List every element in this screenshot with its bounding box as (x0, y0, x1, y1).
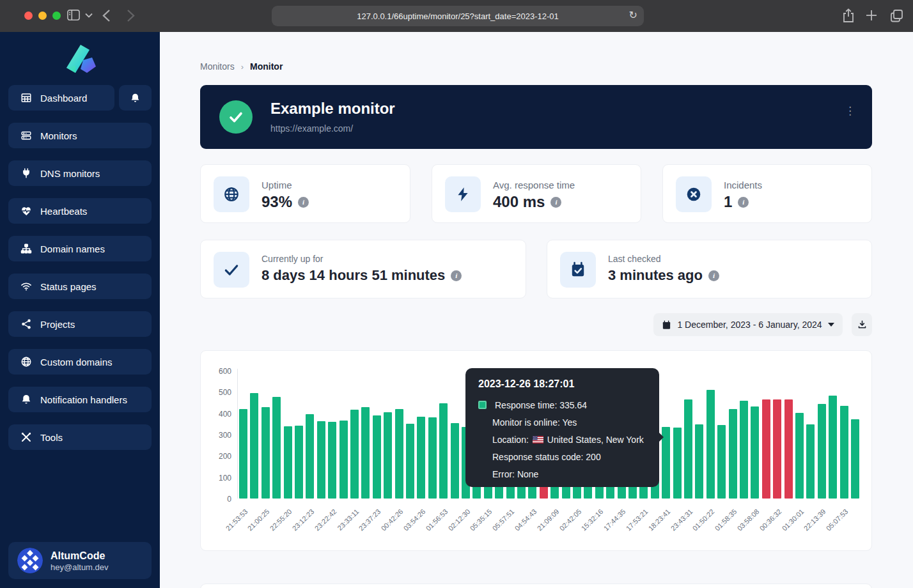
chart-bar[interactable] (684, 399, 692, 499)
sidebar-toggle-icon[interactable] (66, 9, 81, 22)
chart-bar[interactable] (795, 413, 804, 499)
chart-bar[interactable] (729, 409, 737, 499)
chart-bar[interactable] (751, 406, 759, 499)
stat-value: 93%i (261, 193, 309, 211)
chart-bar[interactable] (317, 421, 325, 499)
y-axis-tick: 400 (206, 410, 231, 419)
sidebar-item-label: Dashboard (40, 93, 87, 104)
chart-bar[interactable] (840, 406, 848, 499)
kebab-menu-icon[interactable]: ⋮ (845, 108, 855, 114)
tooltip-location-suffix: United States, New York (547, 435, 644, 445)
tooltip-title: 2023-12-26 18:27:01 (478, 378, 659, 390)
tooltip-location-prefix: Location: (492, 435, 529, 445)
chart-bar[interactable] (773, 399, 781, 499)
chart-bar[interactable] (451, 423, 459, 499)
chart-bar[interactable] (851, 419, 859, 499)
new-tab-icon[interactable] (866, 10, 877, 21)
chart-bar[interactable] (328, 422, 336, 499)
sidebar-item-status-pages[interactable]: Status pages (8, 274, 152, 299)
main-content: Monitors › Monitor Example monitor https… (160, 32, 913, 588)
caret-down-icon (828, 323, 834, 327)
y-axis-tick: 0 (206, 495, 231, 504)
url-bar[interactable]: 127.0.0.1/66uptime/monitor/25?start_date… (272, 6, 644, 26)
reload-icon[interactable]: ↻ (629, 9, 637, 21)
date-range-picker[interactable]: 1 December, 2023 - 6 January, 2024 (653, 313, 843, 336)
chart-bar[interactable] (406, 424, 414, 499)
breadcrumb-monitors-link[interactable]: Monitors (200, 61, 235, 72)
status-card-label: Last checked (608, 254, 661, 264)
sidebar-item-domain-names[interactable]: Domain names (8, 236, 152, 261)
avatar (17, 548, 43, 573)
sidebar-item-notification-handlers[interactable]: Notification handlers (8, 387, 152, 412)
back-button[interactable] (102, 9, 111, 22)
sidebar-item-projects[interactable]: Projects (8, 311, 152, 337)
chart-bar[interactable] (373, 415, 381, 499)
chart-bar[interactable] (740, 401, 748, 499)
server-icon (20, 130, 32, 141)
chart-bar[interactable] (829, 396, 837, 499)
chart-bar[interactable] (717, 425, 726, 499)
table-icon (20, 92, 32, 104)
monitor-header-card: Example monitor https://example.com/ ⋮ (200, 85, 872, 149)
forward-button[interactable] (127, 9, 135, 22)
app-logo[interactable] (0, 43, 160, 77)
chart-bar[interactable] (439, 403, 448, 499)
info-icon[interactable]: i (298, 197, 309, 208)
status-card-label: Currently up for (261, 254, 323, 264)
info-icon[interactable]: i (738, 197, 749, 208)
sidebar-item-monitors[interactable]: Monitors (8, 123, 152, 148)
info-icon[interactable]: i (550, 197, 561, 208)
share-icon[interactable] (843, 8, 854, 23)
user-card[interactable]: AltumCode hey@altum.dev (8, 542, 152, 579)
chart-bar[interactable] (361, 407, 370, 499)
breadcrumb: Monitors › Monitor (200, 61, 283, 72)
chart-bar[interactable] (284, 426, 292, 499)
us-flag-icon (533, 436, 543, 444)
chart-bar[interactable] (272, 397, 281, 499)
y-axis-tick: 200 (206, 452, 231, 461)
chart-bar[interactable] (806, 424, 815, 499)
notifications-bell-button[interactable] (119, 85, 152, 111)
chart-bar[interactable] (706, 390, 715, 499)
chart-bar[interactable] (395, 409, 403, 499)
chart-bar[interactable] (818, 404, 826, 499)
sidebar-item-label: Status pages (40, 281, 97, 292)
zoom-window-button[interactable] (52, 12, 61, 20)
chart-bar[interactable] (350, 410, 359, 499)
sidebar-item-dashboard[interactable]: Dashboard (8, 85, 114, 111)
heartpulse-icon (20, 205, 32, 217)
sidebar-item-dns-monitors[interactable]: DNS monitors (8, 160, 152, 186)
sidebar-item-label: Monitors (40, 130, 77, 141)
info-icon[interactable]: i (708, 270, 719, 281)
chart-bar[interactable] (250, 393, 258, 499)
chart-bar[interactable] (295, 426, 303, 499)
minimize-window-button[interactable] (38, 12, 47, 20)
chart-bar[interactable] (762, 399, 770, 499)
chart-bar[interactable] (784, 399, 793, 499)
y-axis-tick: 300 (206, 431, 231, 440)
download-button[interactable] (852, 313, 872, 336)
info-icon[interactable]: i (451, 270, 462, 281)
stat-value: 400 msi (493, 193, 561, 211)
chart-bar[interactable] (428, 417, 437, 499)
stat-card-uptime: Uptime93%i (200, 164, 410, 223)
next-section-card (200, 584, 872, 588)
close-window-button[interactable] (24, 12, 33, 20)
chart-bar[interactable] (673, 428, 682, 499)
sidebar-item-tools[interactable]: Tools (8, 424, 152, 450)
chart-bar[interactable] (417, 417, 425, 499)
chevron-down-icon[interactable] (85, 13, 93, 18)
chart-bar[interactable] (261, 407, 270, 499)
tab-overview-icon[interactable] (890, 9, 903, 22)
sidebar-item-heartbeats[interactable]: Heartbeats (8, 198, 152, 224)
sidebar-item-custom-domains[interactable]: Custom domains (8, 349, 152, 375)
chart-bar[interactable] (239, 409, 247, 499)
chart-bar[interactable] (339, 421, 348, 499)
sharenodes-icon (20, 318, 32, 330)
check-icon (214, 252, 249, 288)
chart-bar[interactable] (695, 424, 703, 499)
chart-bar[interactable] (306, 414, 314, 499)
response-time-chart: 010020030040050060021:53:5321:00:2522:55… (200, 350, 872, 551)
sitemap-icon (20, 243, 32, 254)
chart-bar[interactable] (384, 412, 392, 499)
